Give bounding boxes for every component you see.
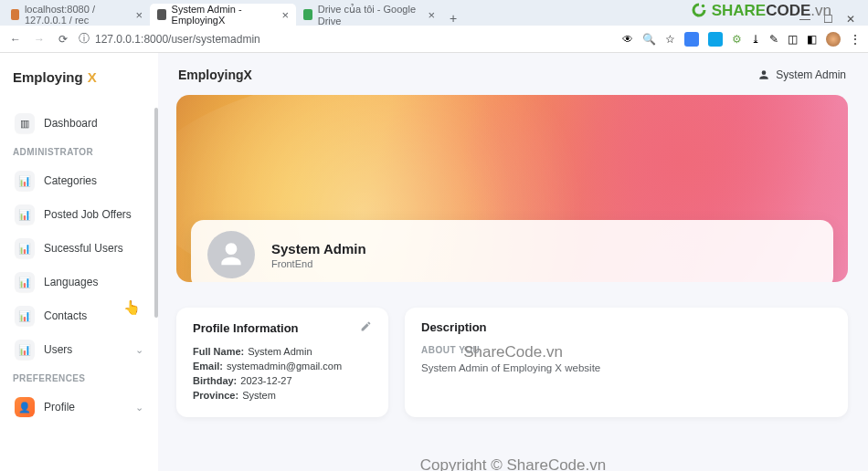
sidebar-item-dashboard[interactable]: ▥ Dashboard [11, 108, 147, 139]
users-icon: 📊 [15, 340, 35, 360]
chevron-down-icon: ⌄ [135, 344, 143, 356]
brand-suffix: X [88, 69, 97, 85]
close-icon[interactable]: × [135, 8, 143, 22]
brand-logo[interactable]: EmployingX [11, 66, 147, 105]
description-body: System Admin of Employing X website [421, 362, 831, 373]
forward-icon[interactable]: → [31, 31, 48, 47]
back-icon[interactable]: ← [7, 31, 24, 47]
field-label: Birthday: [193, 375, 237, 386]
watermark-text: ShareCode.vn [463, 343, 563, 361]
settings-gear-icon[interactable]: ⚙ [732, 33, 742, 46]
user-icon [757, 68, 770, 81]
avatar-placeholder-icon [216, 239, 247, 270]
extension-icon[interactable] [708, 32, 723, 47]
sidebar-item-label: Dashboard [44, 117, 98, 130]
browser-toolbar: ← → ⟳ ⓘ 127.0.0.1:8000/user/systemadmin … [0, 26, 868, 53]
sidebar-section-administrator: ADMINISTRATOR [11, 141, 147, 162]
sidebar-item-languages[interactable]: 📊 Languages [11, 267, 147, 298]
sidebar-item-successful-users[interactable]: 📊 Sucessful Users [11, 233, 147, 264]
sidebar-item-label: Languages [44, 276, 98, 288]
sidebar-item-categories[interactable]: 📊 Categories [11, 165, 147, 196]
users-success-icon: 📊 [15, 238, 35, 258]
favicon-icon [303, 9, 312, 20]
categories-icon: 📊 [15, 171, 35, 191]
profile-role: FrontEnd [271, 258, 366, 269]
page-title: EmployingX [178, 68, 252, 82]
jobs-icon: 📊 [15, 204, 35, 225]
chevron-down-icon: ⌄ [135, 402, 143, 413]
watermark-logo: SHARECODE.vn [691, 2, 831, 20]
sidebar-item-profile[interactable]: 👤 Profile ⌄ [11, 392, 147, 423]
field-value: System [242, 390, 276, 401]
sidebar-item-posted-job-offers[interactable]: 📊 Posted Job Offers [11, 199, 147, 230]
sidebar-item-label: Posted Job Offers [44, 208, 132, 221]
sidebar-item-label: Users [44, 343, 72, 356]
dashboard-icon: ▥ [15, 113, 35, 133]
profile-banner: System Admin FrontEnd [176, 95, 848, 282]
browser-tab-active[interactable]: System Admin - EmployingX × [150, 4, 296, 26]
profile-avatar-icon[interactable] [826, 32, 841, 47]
tab-label: Drive của tôi - Google Drive [318, 4, 419, 26]
sidebar-item-label: Categories [44, 174, 97, 187]
svg-point-0 [702, 5, 704, 7]
edit-profile-button[interactable] [360, 320, 372, 335]
current-user-button[interactable]: System Admin [757, 68, 846, 81]
profile-icon: 👤 [15, 397, 35, 417]
profile-information-card: Profile Information Full Name:System Adm… [176, 308, 388, 417]
close-icon[interactable]: × [428, 8, 435, 22]
watermark-text: Copyright © ShareCode.vn [420, 456, 606, 471]
page-header: EmployingX System Admin [176, 64, 848, 95]
card-title: Description [421, 320, 487, 334]
zoom-icon[interactable]: 🔍 [642, 33, 656, 46]
reload-icon[interactable]: ⟳ [55, 31, 71, 47]
field-label: Full Name: [193, 346, 244, 357]
sidebar-item-label: Sucessful Users [44, 242, 123, 255]
menu-icon[interactable]: ⋮ [850, 33, 861, 46]
field-value: System Admin [248, 346, 312, 357]
sidebar: EmployingX ▥ Dashboard ADMINISTRATOR 📊 C… [0, 53, 158, 471]
cursor-pointer-icon: 👆 [123, 299, 141, 316]
main-content: EmployingX System Admin System Admin Fro… [158, 53, 868, 471]
address-bar[interactable]: ⓘ 127.0.0.1:8000/user/systemadmin [79, 31, 260, 47]
contacts-icon: 📊 [15, 306, 35, 326]
star-icon[interactable]: ☆ [665, 33, 675, 46]
card-title: Profile Information [193, 321, 299, 335]
close-window-icon[interactable]: ✕ [846, 13, 855, 26]
profile-name: System Admin [271, 241, 366, 256]
pencil-icon [360, 320, 372, 332]
field-label: Province: [193, 390, 238, 401]
current-user-label: System Admin [776, 68, 846, 81]
profile-summary-card: System Admin FrontEnd [191, 220, 833, 282]
field-label: Email: [193, 361, 223, 372]
browser-action-icon[interactable]: 👁 [622, 33, 633, 46]
tab-label: System Admin - EmployingX [172, 4, 273, 26]
languages-icon: 📊 [15, 272, 35, 292]
download-icon[interactable]: ⤓ [751, 33, 760, 46]
edit-icon[interactable]: ✎ [769, 33, 778, 46]
site-info-icon[interactable]: ⓘ [79, 31, 90, 47]
extension-icon[interactable] [684, 32, 699, 47]
close-icon[interactable]: × [281, 8, 289, 22]
favicon-icon [11, 9, 19, 20]
sidebar-item-label: Contacts [44, 309, 87, 322]
field-value: systemadmin@gmail.com [227, 361, 342, 372]
sidebar-section-preferences: PREFERENCES [11, 368, 147, 389]
tab-label: localhost:8080 / 127.0.0.1 / rec [25, 4, 127, 26]
favicon-icon [157, 9, 166, 20]
field-value: 2023-12-27 [240, 375, 291, 386]
sidebar-item-label: Profile [44, 401, 75, 413]
browser-tab[interactable]: Drive của tôi - Google Drive × [296, 4, 442, 26]
description-card: Description ABOUT YOU System Admin of Em… [405, 308, 848, 417]
browser-tab[interactable]: localhost:8080 / 127.0.0.1 / rec × [4, 4, 150, 26]
sidepanel-icon[interactable]: ◧ [807, 33, 817, 46]
url-text: 127.0.0.1:8000/user/systemadmin [95, 33, 260, 46]
extensions-icon[interactable]: ◫ [788, 33, 798, 46]
sidebar-item-users[interactable]: 📊 Users ⌄ [11, 334, 147, 365]
new-tab-button[interactable]: + [442, 11, 464, 26]
avatar [207, 231, 255, 278]
brand-text: Employing [13, 69, 83, 85]
